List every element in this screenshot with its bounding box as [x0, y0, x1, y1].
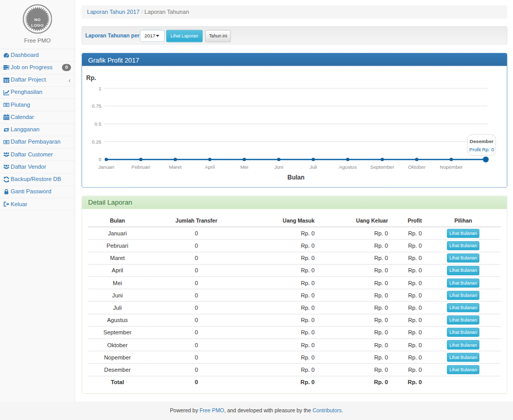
svg-text:Mei: Mei [240, 164, 248, 170]
svg-text:0: 0 [98, 156, 101, 162]
svg-text:0.25: 0.25 [92, 139, 102, 145]
svg-text:Agustus: Agustus [339, 164, 357, 170]
svg-text:0.5: 0.5 [94, 121, 101, 127]
svg-text:Profit Rp: 0: Profit Rp: 0 [469, 147, 494, 152]
svg-text:Oktober: Oktober [408, 164, 426, 170]
svg-text:Januari: Januari [98, 164, 114, 170]
svg-text:NO: NO [34, 17, 41, 22]
svg-text:Nopember: Nopember [440, 164, 463, 170]
svg-text:April: April [205, 164, 214, 170]
svg-text:Rp.: Rp. [86, 74, 96, 82]
svg-text:Desember: Desember [469, 138, 494, 144]
svg-text:LOGO: LOGO [31, 23, 44, 28]
svg-text:Juni: Juni [274, 164, 283, 170]
svg-text:1: 1 [98, 86, 101, 91]
svg-text:September: September [370, 164, 395, 170]
svg-text:Pebruari: Pebruari [131, 164, 150, 170]
svg-text:0.75: 0.75 [92, 103, 102, 109]
svg-text:Maret: Maret [169, 164, 182, 170]
svg-text:Bulan: Bulan [287, 174, 304, 181]
svg-text:Juli: Juli [309, 164, 317, 170]
